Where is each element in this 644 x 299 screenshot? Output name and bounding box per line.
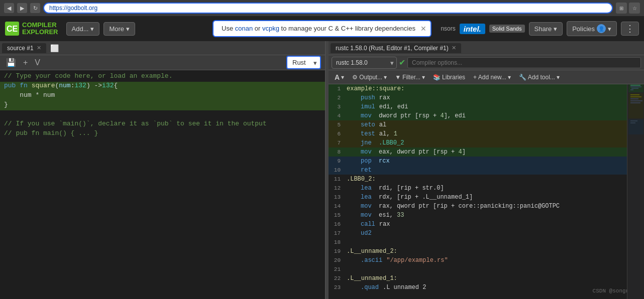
libraries-button[interactable]: 📚 Libraries — [430, 73, 468, 82]
add-tool-button[interactable]: 🔧 Add tool... ▾ — [516, 73, 563, 82]
add-tool-chevron-icon: ▾ — [557, 74, 560, 81]
save-button[interactable]: 💾 — [4, 57, 18, 68]
gear-icon: ⚙ — [352, 74, 358, 81]
asm-line-19: 19 .L__unnamed_2: — [329, 247, 644, 256]
asm-line-11: 11 .LBB0_2: — [329, 175, 644, 184]
sponsors-area: nsors intel. Solid Sands — [441, 24, 524, 34]
editor-pane: source #1 ✕ ⬜ 💾 + V Rust C++ C Go — [0, 41, 326, 299]
svg-text:CE: CE — [7, 25, 18, 33]
asm-line-17: 17 ud2 — [329, 229, 644, 238]
forward-button[interactable]: ▶ — [17, 3, 27, 13]
compiler-select-wrapper: rustc 1.58.0 rustc 1.60.0 rustc nightly — [332, 57, 397, 69]
asm-line-22: 22 .L__unnamed_1: — [329, 274, 644, 283]
solid-sands-sponsor-logo: Solid Sands — [489, 25, 525, 33]
extensions-icon[interactable]: ⊞ — [616, 3, 627, 14]
svg-rect-10 — [630, 98, 638, 99]
vc-button[interactable]: V — [33, 57, 42, 68]
back-button[interactable]: ◀ — [4, 3, 14, 13]
code-line-3: num * num — [0, 91, 325, 101]
asm-line-7: 7 jne .LBB0_2 — [329, 138, 644, 147]
compiler-tab[interactable]: rustc 1.58.0 (Rust, Editor #1, Compiler … — [331, 43, 461, 53]
svg-rect-9 — [630, 96, 641, 97]
language-select-wrapper: Rust C++ C Go — [286, 56, 321, 69]
svg-rect-8 — [630, 94, 639, 95]
add-file-button[interactable]: + — [21, 57, 30, 68]
asm-line-1: 1 example::square: — [329, 84, 644, 93]
share-button[interactable]: Share ▾ — [529, 22, 563, 36]
font-chevron-icon: ▾ — [341, 74, 344, 81]
more-chevron-icon: ▾ — [126, 25, 130, 33]
language-select[interactable]: Rust C++ C Go — [286, 56, 321, 69]
compiler-version-select[interactable]: rustc 1.58.0 rustc 1.60.0 rustc nightly — [332, 57, 397, 69]
editor-tab-expand-button[interactable]: ⬜ — [48, 44, 61, 52]
wrench-icon: 🔧 — [519, 74, 526, 81]
asm-line-6: 6 test al, 1 — [329, 129, 644, 138]
add-button[interactable]: Add... ▾ — [66, 22, 100, 36]
browser-bar: ◀ ▶ ↻ https://godbolt.org ⊞ ☆ — [0, 0, 644, 16]
asm-line-8: 8 mov eax, dword ptr [rsp + 4] — [329, 147, 644, 157]
conan-link[interactable]: conan — [235, 25, 253, 32]
language-selector-area: Rust C++ C Go — [286, 56, 321, 69]
editor-tab[interactable]: source #1 ✕ — [2, 43, 46, 53]
minimap — [627, 84, 644, 299]
filter-chevron-icon: ▾ — [422, 74, 425, 81]
intel-sponsor-logo: intel. — [460, 24, 485, 34]
banner-close-button[interactable]: ✕ — [420, 24, 426, 34]
logo-area: CE COMPILER EXPLORER — [5, 22, 58, 36]
add-chevron-icon: ▾ — [90, 25, 94, 33]
policies-chevron-icon: ▾ — [608, 25, 611, 33]
url-bar[interactable]: https://godbolt.org — [43, 3, 613, 14]
filter-icon: ▼ — [395, 74, 401, 81]
asm-line-15: 15 mov esi, 33 — [329, 211, 644, 220]
svg-rect-5 — [631, 88, 638, 89]
vcpkg-link[interactable]: vcpkg — [262, 25, 279, 32]
policies-user-icon: 👤 — [597, 24, 606, 33]
compiler-options-input[interactable] — [407, 57, 641, 68]
svg-rect-4 — [630, 86, 641, 87]
compiler-tab-close-button[interactable]: ✕ — [452, 45, 456, 51]
jne-link[interactable]: .LBB0_2 — [379, 139, 404, 146]
policies-button[interactable]: Policies 👤 ▾ — [567, 21, 617, 36]
editor-tab-close-button[interactable]: ✕ — [37, 45, 41, 51]
other-button[interactable]: ⋮ — [621, 22, 639, 36]
font-size-button[interactable]: A ▾ — [332, 72, 347, 82]
asm-line-2: 2 push rax — [329, 93, 644, 102]
more-button[interactable]: More ▾ — [103, 22, 135, 36]
asm-line-16: 16 call rax — [329, 220, 644, 229]
compiler-status-icon: ✔ — [399, 58, 405, 67]
asm-line-4: 4 mov dword ptr [rsp + 4], edi — [329, 111, 644, 120]
asm-line-5: 5 seto al — [329, 120, 644, 129]
compiler-pane: rustc 1.58.0 (Rust, Editor #1, Compiler … — [329, 41, 644, 299]
svg-rect-12 — [630, 102, 640, 103]
svg-rect-14 — [630, 120, 637, 121]
code-line-5 — [0, 110, 325, 120]
add-new-button[interactable]: + Add new... ▾ — [470, 73, 514, 82]
refresh-button[interactable]: ↻ — [30, 3, 40, 13]
svg-rect-6 — [630, 89, 633, 90]
main-container: source #1 ✕ ⬜ 💾 + V Rust C++ C Go — [0, 41, 644, 299]
output-settings-button[interactable]: ⚙ Output... ▾ — [349, 73, 390, 82]
code-line-7: // pub fn main() { ... } — [0, 129, 325, 139]
book-icon: 📚 — [433, 74, 441, 81]
asm-output[interactable]: 1 example::square: 2 push rax 3 imul edi… — [329, 84, 644, 299]
editor-toolbar: 💾 + V Rust C++ C Go — [0, 55, 325, 70]
svg-rect-15 — [630, 122, 635, 123]
asm-line-3: 3 imul edi, edi — [329, 102, 644, 111]
asm-line-20: 20 .ascii "/app/example.rs" — [329, 256, 644, 265]
bookmark-icon[interactable]: ☆ — [629, 3, 640, 14]
code-line-2: pub fn square ( num : i32 ) -> i32 { — [0, 82, 325, 91]
svg-rect-11 — [630, 100, 642, 101]
filter-button[interactable]: ▼ Filter... ▾ — [392, 73, 428, 82]
asm-line-9: 9 pop rcx — [329, 157, 644, 166]
svg-rect-3 — [630, 85, 640, 86]
output-chevron-icon: ▾ — [384, 74, 387, 81]
share-chevron-icon: ▾ — [554, 25, 557, 33]
editor-tab-bar: source #1 ✕ ⬜ — [0, 41, 325, 55]
compiler-explorer-logo-icon: CE — [5, 22, 19, 36]
asm-line-12: 12 lea rdi, [rip + str.0] — [329, 184, 644, 193]
app-header: CE COMPILER EXPLORER Add... ▾ More ▾ Use… — [0, 16, 644, 41]
asm-line-13: 13 lea rdx, [rip + .L__unnamed_1] — [329, 193, 644, 202]
code-editor[interactable]: // Type your code here, or load an examp… — [0, 70, 325, 299]
notification-banner: Use conan or vcpkg to manage your C & C+… — [212, 20, 432, 37]
code-line-4: } — [0, 101, 325, 110]
